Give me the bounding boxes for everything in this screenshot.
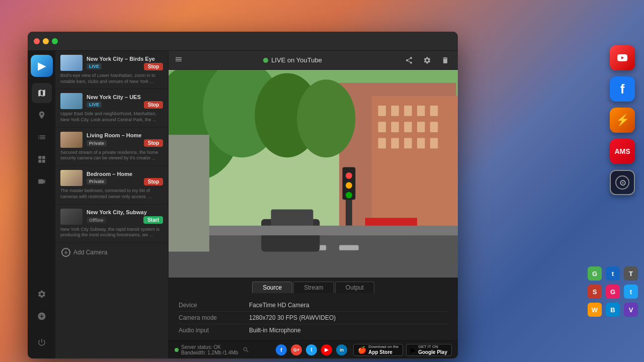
- svg-rect-9: [378, 122, 386, 132]
- camera-action-btn-2[interactable]: Stop: [144, 139, 163, 147]
- sidebar-item-list[interactable]: [32, 127, 52, 147]
- mini-app-7[interactable]: W: [588, 303, 602, 317]
- camera-desc-4: New York City Subway, the rapid transit …: [60, 227, 163, 238]
- camera-desc-1: Upper East Side and neighborhood, Manhat…: [60, 111, 163, 123]
- camera-desc-3: The master bedroom, connected to my list…: [60, 188, 163, 200]
- video-area: [169, 70, 458, 278]
- flash-app-icon[interactable]: ⚡: [610, 108, 635, 133]
- sidebar-item-add[interactable]: [32, 306, 52, 326]
- audio-input-label: Audio input: [179, 327, 249, 334]
- tab-output[interactable]: Output: [335, 282, 374, 293]
- menu-icon[interactable]: [175, 55, 183, 65]
- camera-mode-row: Camera mode 644x362 30 FPS (RAWVIDEO): [179, 312, 448, 324]
- camera-desc-0: Bird's-eye view of Lower Manhattan, zoom…: [60, 73, 163, 84]
- camera-item-4[interactable]: New York City, Subway Offline Start New …: [55, 205, 168, 243]
- audio-input-value: Built-in Microphone: [249, 327, 301, 334]
- camera-action-btn-4[interactable]: Start: [143, 216, 163, 224]
- mini-app-8[interactable]: B: [606, 303, 620, 317]
- camera-status-4: Offline: [87, 217, 106, 223]
- svg-rect-11: [404, 122, 412, 132]
- footer-linkedin-icon[interactable]: in: [336, 344, 347, 355]
- svg-rect-10: [391, 122, 398, 132]
- camera-action-btn-3[interactable]: Stop: [144, 178, 163, 186]
- camera-item-3[interactable]: Bedroom – Home Private Stop The master b…: [55, 166, 168, 204]
- camera-item-2[interactable]: Living Room – Home Private Stop Secured …: [55, 128, 168, 166]
- tab-stream[interactable]: Stream: [293, 282, 334, 293]
- svg-rect-4: [378, 106, 386, 116]
- maximize-button[interactable]: [52, 38, 58, 44]
- svg-rect-8: [430, 106, 438, 116]
- footer-facebook-icon[interactable]: f: [276, 344, 287, 355]
- minimize-button[interactable]: [43, 38, 49, 44]
- camera-action-btn-1[interactable]: Stop: [144, 101, 163, 109]
- trash-icon[interactable]: [439, 54, 452, 67]
- sidebar-icons: ▶: [28, 51, 55, 358]
- live-dot: [263, 58, 268, 63]
- bottom-panel: Source Stream Output Device FaceTime HD …: [169, 278, 458, 340]
- bandwidth-text: Bandwidth: 1.2Mb /1.4Mb: [181, 350, 238, 355]
- facebook-app-icon[interactable]: f: [610, 76, 635, 102]
- sidebar-item-video[interactable]: [32, 171, 52, 192]
- mini-app-9[interactable]: V: [624, 303, 638, 317]
- info-panel: Device FaceTime HD Camera Camera mode 12…: [169, 293, 458, 340]
- tab-source[interactable]: Source: [252, 282, 292, 293]
- footer-twitter-icon[interactable]: t: [306, 344, 317, 355]
- sidebar-item-location[interactable]: [32, 105, 52, 125]
- mini-app-2[interactable]: t: [606, 266, 620, 281]
- sidebar-item-map[interactable]: [32, 83, 52, 103]
- add-camera-icon: +: [61, 248, 70, 257]
- main-layout: ▶: [28, 51, 458, 358]
- camera-item-1[interactable]: New York City – UES LIVE Stop Upper East…: [55, 89, 168, 127]
- sidebar-item-grid[interactable]: [32, 149, 52, 169]
- camera-item-0[interactable]: New York City – Birds Eye LIVE Stop Bird…: [55, 51, 168, 89]
- mini-app-1[interactable]: G: [588, 266, 602, 281]
- app-logo[interactable]: ▶: [31, 55, 53, 77]
- mini-apps: G t T S G t W B V: [588, 266, 638, 317]
- svg-rect-7: [417, 106, 425, 116]
- top-bar: LIVE on YouTube: [169, 51, 458, 70]
- camera-action-btn-0[interactable]: Stop: [144, 63, 163, 70]
- camera-name-3: Bedroom – Home: [87, 171, 163, 177]
- svg-rect-16: [404, 138, 412, 149]
- svg-rect-36: [169, 135, 209, 251]
- content-area: LIVE on YouTube: [169, 51, 458, 358]
- svg-rect-14: [378, 138, 386, 149]
- share-icon[interactable]: [403, 54, 416, 67]
- footer-youtube-icon[interactable]: ▶: [321, 344, 332, 355]
- mini-app-6[interactable]: t: [624, 285, 638, 299]
- footer-social-icons: f G+ t ▶ in: [276, 344, 347, 355]
- add-camera-button[interactable]: + Add Camera: [55, 243, 168, 262]
- app-store-badge[interactable]: 🍎 Download on the App Store: [353, 344, 403, 356]
- camera-status-1: LIVE: [87, 102, 102, 108]
- svg-point-33: [346, 192, 352, 199]
- live-indicator: LIVE on YouTube: [263, 56, 322, 64]
- google-play-badge[interactable]: ▶ GET IT ON Google Play: [406, 344, 452, 356]
- app-store-label-small: Download on the: [368, 344, 398, 349]
- settings-icon[interactable]: [421, 54, 434, 67]
- device-row: Device FaceTime HD Camera: [179, 299, 448, 312]
- ams-app-icon[interactable]: AMS: [610, 139, 635, 164]
- svg-rect-18: [430, 138, 438, 149]
- camera-thumb-3: [60, 170, 83, 186]
- footer-google-icon[interactable]: G+: [291, 344, 302, 355]
- server-status-text: Server status: OK: [181, 344, 238, 350]
- sidebar-item-power[interactable]: [32, 332, 52, 352]
- camera-mode-value: 644x362 30 FPS (RAWVIDEO): [249, 314, 336, 321]
- camera-thumb-4: [60, 209, 83, 225]
- sidebar-item-settings[interactable]: [32, 284, 52, 304]
- google-play-icon: ▶: [411, 346, 416, 354]
- youtube-app-icon[interactable]: [610, 45, 635, 70]
- mini-app-5[interactable]: G: [606, 285, 620, 299]
- title-bar: [28, 32, 458, 51]
- close-button[interactable]: [34, 38, 40, 44]
- mini-app-3[interactable]: T: [624, 266, 638, 281]
- s5-app-icon[interactable]: ⊙: [610, 170, 635, 195]
- mini-app-4[interactable]: S: [588, 285, 602, 299]
- svg-rect-12: [417, 122, 425, 132]
- store-badges: 🍎 Download on the App Store ▶ GET IT ON …: [353, 344, 452, 356]
- google-play-label: Google Play: [418, 349, 447, 355]
- camera-mode-label: Camera mode: [179, 314, 249, 321]
- camera-thumb-0: [60, 55, 83, 71]
- google-play-label-small: GET IT ON: [418, 344, 447, 349]
- camera-name-2: Living Room – Home: [87, 132, 163, 138]
